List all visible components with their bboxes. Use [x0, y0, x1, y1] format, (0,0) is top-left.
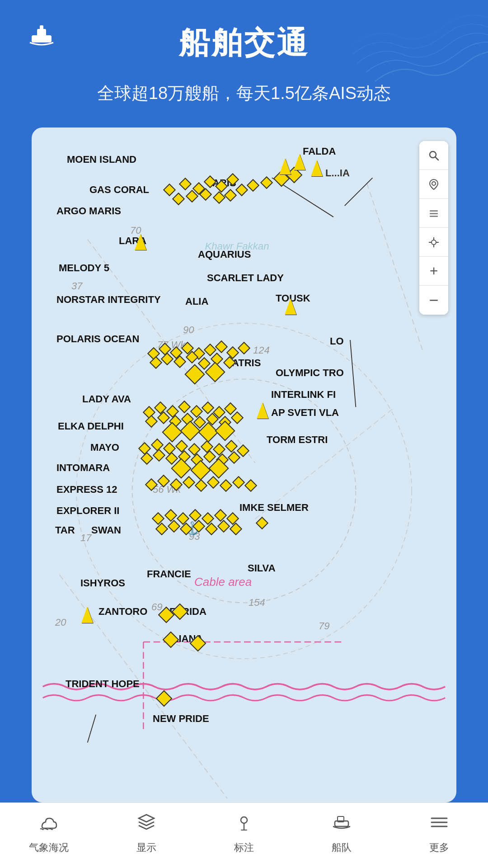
ship-triangle[interactable] — [279, 158, 291, 175]
ship-marker[interactable] — [213, 191, 225, 204]
svg-point-4 — [76, 323, 412, 659]
ship-marker[interactable] — [214, 509, 227, 522]
ship-label-tar: TAR — [55, 524, 75, 536]
ship-marker[interactable] — [141, 452, 153, 465]
ship-marker[interactable] — [226, 173, 239, 186]
ship-marker[interactable] — [237, 444, 249, 457]
ship-marker[interactable] — [156, 690, 173, 707]
ship-marker[interactable] — [195, 479, 207, 492]
svg-line-14 — [88, 715, 96, 743]
ship-marker[interactable] — [189, 509, 202, 522]
ship-marker[interactable] — [183, 476, 195, 489]
ship-label-express12: EXPRESS 12 — [56, 484, 117, 495]
map-number-20: 20 — [55, 617, 66, 628]
svg-rect-0 — [32, 35, 52, 42]
map-number-17: 17 — [80, 532, 91, 544]
svg-point-32 — [241, 817, 247, 823]
ship-marker[interactable] — [247, 179, 259, 192]
ship-triangle[interactable] — [257, 402, 268, 419]
ship-label-alia: ALIA — [185, 296, 208, 307]
ship-marker[interactable] — [201, 440, 213, 453]
ship-marker[interactable] — [215, 340, 228, 353]
ship-triangle[interactable] — [294, 154, 305, 170]
ship-label-argo-maris: ARGO MARIS — [56, 205, 121, 217]
menu-icon — [429, 812, 450, 837]
location-button[interactable] — [419, 170, 448, 199]
search-button[interactable] — [419, 141, 448, 170]
svg-line-8 — [255, 407, 395, 519]
ship-label-zantoro: ZANTORO — [99, 606, 147, 618]
ship-marker[interactable] — [172, 604, 188, 620]
map-container[interactable]: Khawr Fakkan MOEN ISLAND GAS CORAL ARGO … — [32, 127, 456, 802]
ship-marker[interactable] — [178, 401, 191, 413]
layers-button[interactable] — [419, 199, 448, 228]
ship-marker[interactable] — [217, 520, 230, 533]
ship-triangle[interactable] — [81, 607, 93, 623]
ship-marker-large[interactable] — [162, 422, 182, 442]
map-number-37: 37 — [71, 280, 82, 292]
ship-label-new-pride: NEW PRIDE — [153, 713, 209, 725]
bottom-nav: 气象海况 显示 标注 — [0, 802, 488, 868]
ship-marker[interactable] — [231, 411, 244, 424]
ship-marker[interactable] — [215, 180, 228, 193]
ship-label-imke: IMKE SELMER — [239, 502, 309, 514]
ship-label-aquarius: AQUARIUS — [198, 249, 251, 260]
ship-marker[interactable] — [190, 635, 206, 652]
ship-marker[interactable] — [138, 442, 151, 455]
ship-marker[interactable] — [220, 479, 232, 492]
ship-marker[interactable] — [260, 176, 273, 189]
ship-marker[interactable] — [190, 405, 203, 418]
ship-marker[interactable] — [163, 184, 176, 196]
ship-label-explorer2: EXPLORER II — [56, 505, 119, 517]
ship-marker[interactable] — [168, 520, 180, 533]
nav-item-display[interactable]: 显示 — [98, 812, 195, 854]
ship-marker[interactable] — [235, 184, 248, 196]
ship-marker[interactable] — [213, 443, 225, 456]
ship-marker[interactable] — [151, 439, 164, 451]
ship-marker[interactable] — [238, 342, 250, 354]
ship-marker[interactable] — [223, 356, 236, 369]
ship-marker[interactable] — [163, 632, 179, 648]
svg-point-18 — [432, 182, 436, 185]
map-svg-overlay: Khawr Fakkan — [32, 127, 456, 802]
ship-label-polaris: POLARIS OCEAN — [56, 333, 139, 345]
ship-marker[interactable] — [230, 523, 242, 535]
ship-label-melody5: MELODY 5 — [59, 262, 109, 274]
crosshair-button[interactable] — [419, 228, 448, 257]
ship-marker[interactable] — [225, 440, 238, 453]
ship-marker[interactable] — [226, 512, 239, 525]
ship-marker[interactable] — [153, 449, 165, 462]
ship-marker[interactable] — [232, 476, 245, 489]
ship-label-scarlet-lady: SCARLET LADY — [207, 272, 284, 284]
nav-item-mark[interactable]: 标注 — [195, 812, 293, 854]
ship-marker[interactable] — [188, 443, 201, 456]
ship-marker[interactable] — [203, 450, 216, 463]
ship-marker[interactable] — [256, 517, 268, 529]
nav-item-weather[interactable]: 气象海况 — [0, 812, 98, 854]
ship-marker[interactable] — [172, 193, 185, 205]
zoom-out-button[interactable]: − — [419, 286, 448, 315]
ship-marker[interactable] — [224, 189, 237, 202]
header-decoration — [352, 0, 488, 90]
ship-marker-large[interactable] — [215, 420, 235, 441]
ship-triangle[interactable] — [285, 298, 296, 315]
ship-marker[interactable] — [228, 451, 240, 464]
ship-marker[interactable] — [244, 479, 257, 492]
ship-label-lady-ava: LADY AVA — [82, 393, 131, 405]
svg-rect-19 — [430, 210, 438, 212]
map-number-90: 90 — [183, 324, 194, 336]
ship-marker[interactable] — [175, 440, 188, 453]
nav-item-fleet[interactable]: 船队 — [293, 812, 390, 854]
ship-triangle[interactable] — [135, 234, 146, 250]
ship-marker[interactable] — [163, 442, 176, 455]
ship-label-elka: ELKA DELPHI — [58, 420, 124, 432]
ship-label-mayo: MAYO — [90, 442, 119, 453]
ship-triangle[interactable] — [311, 160, 323, 176]
cable-area-label: Cable area — [194, 575, 252, 589]
zoom-in-button[interactable]: + — [419, 257, 448, 286]
ship-marker[interactable] — [164, 509, 177, 522]
nav-item-more[interactable]: 更多 — [390, 812, 488, 854]
fleet-icon — [331, 812, 352, 837]
ship-marker[interactable] — [179, 178, 192, 190]
ship-label-intomara: INTOMARA — [56, 462, 110, 474]
